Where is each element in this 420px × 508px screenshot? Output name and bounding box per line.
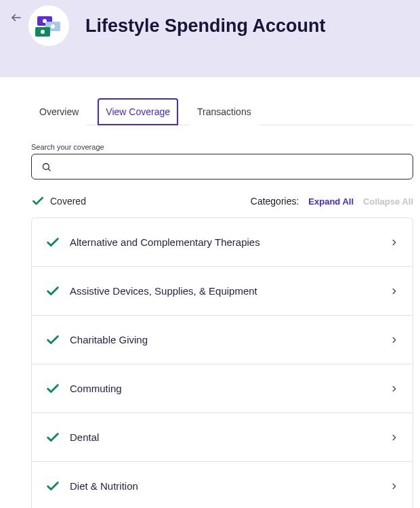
chevron-right-icon — [390, 335, 399, 345]
coverage-title: Charitable Giving — [70, 334, 390, 345]
page-title: Lifestyle Spending Account — [85, 16, 326, 37]
coverage-row[interactable]: Commuting — [32, 364, 413, 413]
header-content: Lifestyle Spending Account — [28, 5, 326, 46]
tab-view-coverage[interactable]: View Coverage — [98, 98, 178, 125]
search-icon — [41, 162, 51, 172]
coverage-row[interactable]: Charitable Giving — [32, 316, 413, 364]
search-field-wrapper[interactable] — [31, 154, 413, 179]
check-icon — [45, 284, 60, 299]
tab-transactions[interactable]: Transactions — [189, 98, 259, 125]
check-icon — [45, 430, 60, 445]
coverage-row[interactable]: Dental — [32, 413, 413, 462]
chevron-right-icon — [390, 384, 399, 394]
search-input[interactable] — [58, 161, 403, 172]
covered-label: Covered — [50, 196, 86, 207]
categories-label: Categories: — [251, 196, 299, 207]
tab-overview[interactable]: Overview — [31, 98, 87, 125]
check-icon — [45, 381, 60, 396]
chevron-right-icon — [390, 433, 399, 442]
account-icon-badge — [28, 5, 69, 46]
expand-all-link[interactable]: Expand All — [308, 196, 354, 207]
coverage-row[interactable]: Diet & Nutrition — [32, 462, 413, 508]
coverage-title: Assistive Devices, Supplies, & Equipment — [70, 285, 390, 297]
tabs: Overview View Coverage Transactions — [31, 98, 413, 125]
coverage-row[interactable]: Assistive Devices, Supplies, & Equipment — [32, 267, 413, 316]
coverage-list: Alternative and Complementary Therapies … — [31, 217, 413, 508]
search-label: Search your coverage — [31, 143, 417, 151]
back-button[interactable] — [9, 11, 23, 24]
chevron-right-icon — [390, 482, 399, 491]
coverage-title: Diet & Nutrition — [70, 480, 390, 492]
chevron-right-icon — [390, 238, 399, 247]
money-icon — [35, 27, 50, 37]
check-icon — [31, 194, 45, 208]
coverage-title: Dental — [70, 431, 390, 443]
coverage-title: Alternative and Complementary Therapies — [70, 236, 390, 248]
covered-legend: Covered — [31, 194, 86, 208]
check-icon — [45, 333, 60, 347]
check-icon — [45, 235, 60, 250]
svg-line-2 — [48, 169, 50, 171]
header-band: Lifestyle Spending Account — [0, 0, 420, 77]
category-controls: Categories: Expand All Collapse All — [251, 196, 413, 207]
coverage-row[interactable]: Alternative and Complementary Therapies — [32, 218, 413, 267]
check-icon — [45, 479, 60, 494]
content-area: Overview View Coverage Transactions Sear… — [0, 77, 420, 508]
arrow-left-icon — [10, 12, 22, 24]
coverage-title: Commuting — [70, 383, 390, 394]
chevron-right-icon — [390, 287, 399, 296]
legend-row: Covered Categories: Expand All Collapse … — [31, 194, 413, 208]
collapse-all-link: Collapse All — [363, 196, 413, 207]
